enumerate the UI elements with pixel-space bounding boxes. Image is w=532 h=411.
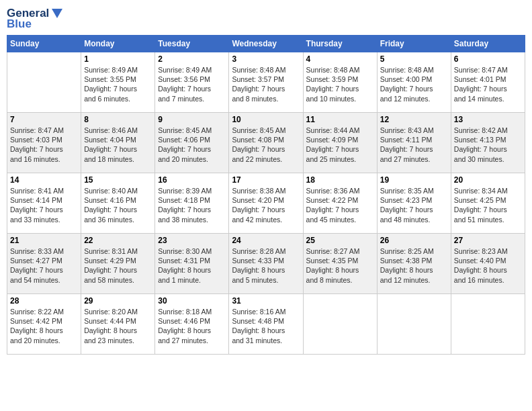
- calendar-cell: [377, 294, 451, 355]
- logo: General Blue: [7, 7, 64, 31]
- cell-content: Sunrise: 8:30 AMSunset: 4:31 PMDaylight:…: [158, 246, 226, 285]
- cell-content: Sunrise: 8:31 AMSunset: 4:29 PMDaylight:…: [84, 246, 152, 285]
- calendar-cell: 12Sunrise: 8:43 AMSunset: 4:11 PMDayligh…: [377, 113, 451, 173]
- calendar-cell: 13Sunrise: 8:42 AMSunset: 4:13 PMDayligh…: [451, 113, 525, 173]
- calendar-cell: 11Sunrise: 8:44 AMSunset: 4:09 PMDayligh…: [303, 113, 377, 173]
- calendar-cell: 14Sunrise: 8:41 AMSunset: 4:14 PMDayligh…: [7, 173, 81, 234]
- calendar-cell: 4Sunrise: 8:48 AMSunset: 3:59 PMDaylight…: [303, 52, 377, 113]
- day-number: 18: [306, 175, 374, 185]
- calendar-cell: 28Sunrise: 8:22 AMSunset: 4:42 PMDayligh…: [7, 294, 81, 355]
- header: General Blue: [7, 7, 525, 31]
- calendar-cell: 10Sunrise: 8:45 AMSunset: 4:08 PMDayligh…: [229, 113, 303, 173]
- cell-content: Sunrise: 8:48 AMSunset: 4:00 PMDaylight:…: [380, 65, 448, 103]
- day-number: 25: [306, 236, 374, 245]
- calendar-cell: 23Sunrise: 8:30 AMSunset: 4:31 PMDayligh…: [155, 234, 229, 294]
- day-number: 24: [232, 236, 300, 245]
- calendar-cell: 29Sunrise: 8:20 AMSunset: 4:44 PMDayligh…: [81, 294, 155, 355]
- day-number: 4: [306, 54, 374, 64]
- calendar-header-cell: Tuesday: [155, 36, 229, 52]
- day-number: 30: [158, 296, 226, 306]
- day-number: 11: [306, 115, 374, 124]
- calendar-cell: 27Sunrise: 8:23 AMSunset: 4:40 PMDayligh…: [451, 234, 525, 294]
- cell-content: Sunrise: 8:41 AMSunset: 4:14 PMDaylight:…: [10, 186, 78, 224]
- calendar-cell: 19Sunrise: 8:35 AMSunset: 4:23 PMDayligh…: [377, 173, 451, 234]
- calendar-header-cell: Sunday: [7, 36, 81, 52]
- logo-arrow-icon: [49, 7, 64, 19]
- cell-content: Sunrise: 8:22 AMSunset: 4:42 PMDaylight:…: [10, 307, 78, 345]
- calendar-cell: [303, 294, 377, 355]
- day-number: 12: [380, 115, 448, 124]
- cell-content: Sunrise: 8:42 AMSunset: 4:13 PMDaylight:…: [454, 126, 522, 164]
- calendar-cell: 7Sunrise: 8:47 AMSunset: 4:03 PMDaylight…: [7, 113, 81, 173]
- calendar-header-cell: Monday: [81, 36, 155, 52]
- day-number: 21: [10, 236, 78, 245]
- cell-content: Sunrise: 8:49 AMSunset: 3:56 PMDaylight:…: [158, 65, 226, 103]
- cell-content: Sunrise: 8:27 AMSunset: 4:35 PMDaylight:…: [306, 246, 374, 285]
- cell-content: Sunrise: 8:44 AMSunset: 4:09 PMDaylight:…: [306, 126, 374, 164]
- day-number: 20: [454, 175, 522, 185]
- calendar-cell: 17Sunrise: 8:38 AMSunset: 4:20 PMDayligh…: [229, 173, 303, 234]
- calendar-week-row: 28Sunrise: 8:22 AMSunset: 4:42 PMDayligh…: [7, 294, 525, 355]
- day-number: 17: [232, 175, 300, 185]
- day-number: 3: [232, 54, 300, 64]
- calendar-cell: 8Sunrise: 8:46 AMSunset: 4:04 PMDaylight…: [81, 113, 155, 173]
- calendar-week-row: 1Sunrise: 8:49 AMSunset: 3:55 PMDaylight…: [7, 52, 525, 113]
- day-number: 23: [158, 236, 226, 245]
- day-number: 15: [84, 175, 152, 185]
- day-number: 27: [454, 236, 522, 245]
- day-number: 29: [84, 296, 152, 306]
- cell-content: Sunrise: 8:47 AMSunset: 4:01 PMDaylight:…: [454, 65, 522, 103]
- cell-content: Sunrise: 8:18 AMSunset: 4:46 PMDaylight:…: [158, 307, 226, 345]
- day-number: 9: [158, 115, 226, 124]
- cell-content: Sunrise: 8:36 AMSunset: 4:22 PMDaylight:…: [306, 186, 374, 224]
- calendar-cell: 9Sunrise: 8:45 AMSunset: 4:06 PMDaylight…: [155, 113, 229, 173]
- cell-content: Sunrise: 8:25 AMSunset: 4:38 PMDaylight:…: [380, 246, 448, 285]
- calendar-cell: 15Sunrise: 8:40 AMSunset: 4:16 PMDayligh…: [81, 173, 155, 234]
- calendar-cell: 3Sunrise: 8:48 AMSunset: 3:57 PMDaylight…: [229, 52, 303, 113]
- svg-marker-0: [52, 9, 62, 18]
- calendar-cell: 2Sunrise: 8:49 AMSunset: 3:56 PMDaylight…: [155, 52, 229, 113]
- cell-content: Sunrise: 8:39 AMSunset: 4:18 PMDaylight:…: [158, 186, 226, 224]
- calendar-week-row: 21Sunrise: 8:33 AMSunset: 4:27 PMDayligh…: [7, 234, 525, 294]
- calendar-cell: 30Sunrise: 8:18 AMSunset: 4:46 PMDayligh…: [155, 294, 229, 355]
- day-number: 19: [380, 175, 448, 185]
- calendar-cell: 20Sunrise: 8:34 AMSunset: 4:25 PMDayligh…: [451, 173, 525, 234]
- cell-content: Sunrise: 8:47 AMSunset: 4:03 PMDaylight:…: [10, 126, 78, 164]
- calendar-table: SundayMondayTuesdayWednesdayThursdayFrid…: [7, 35, 525, 355]
- calendar-header-cell: Friday: [377, 36, 451, 52]
- logo-blue: Blue: [7, 17, 32, 31]
- cell-content: Sunrise: 8:33 AMSunset: 4:27 PMDaylight:…: [10, 246, 78, 285]
- cell-content: Sunrise: 8:43 AMSunset: 4:11 PMDaylight:…: [380, 126, 448, 164]
- calendar-cell: 24Sunrise: 8:28 AMSunset: 4:33 PMDayligh…: [229, 234, 303, 294]
- calendar-cell: 18Sunrise: 8:36 AMSunset: 4:22 PMDayligh…: [303, 173, 377, 234]
- cell-content: Sunrise: 8:35 AMSunset: 4:23 PMDaylight:…: [380, 186, 448, 224]
- day-number: 31: [232, 296, 300, 306]
- day-number: 28: [10, 296, 78, 306]
- day-number: 16: [158, 175, 226, 185]
- cell-content: Sunrise: 8:16 AMSunset: 4:48 PMDaylight:…: [232, 307, 300, 345]
- calendar-cell: 5Sunrise: 8:48 AMSunset: 4:00 PMDaylight…: [377, 52, 451, 113]
- cell-content: Sunrise: 8:23 AMSunset: 4:40 PMDaylight:…: [454, 246, 522, 285]
- cell-content: Sunrise: 8:48 AMSunset: 3:59 PMDaylight:…: [306, 65, 374, 103]
- calendar-cell: [451, 294, 525, 355]
- day-number: 14: [10, 175, 78, 185]
- calendar-header-cell: Saturday: [451, 36, 525, 52]
- day-number: 8: [84, 115, 152, 124]
- day-number: 2: [158, 54, 226, 64]
- day-number: 6: [454, 54, 522, 64]
- calendar-cell: 31Sunrise: 8:16 AMSunset: 4:48 PMDayligh…: [229, 294, 303, 355]
- day-number: 26: [380, 236, 448, 245]
- cell-content: Sunrise: 8:46 AMSunset: 4:04 PMDaylight:…: [84, 126, 152, 164]
- calendar-cell: 26Sunrise: 8:25 AMSunset: 4:38 PMDayligh…: [377, 234, 451, 294]
- calendar-week-row: 14Sunrise: 8:41 AMSunset: 4:14 PMDayligh…: [7, 173, 525, 234]
- cell-content: Sunrise: 8:48 AMSunset: 3:57 PMDaylight:…: [232, 65, 300, 103]
- cell-content: Sunrise: 8:45 AMSunset: 4:06 PMDaylight:…: [158, 126, 226, 164]
- calendar-cell: 25Sunrise: 8:27 AMSunset: 4:35 PMDayligh…: [303, 234, 377, 294]
- day-number: 1: [84, 54, 152, 64]
- cell-content: Sunrise: 8:20 AMSunset: 4:44 PMDaylight:…: [84, 307, 152, 345]
- cell-content: Sunrise: 8:34 AMSunset: 4:25 PMDaylight:…: [454, 186, 522, 224]
- calendar-cell: 21Sunrise: 8:33 AMSunset: 4:27 PMDayligh…: [7, 234, 81, 294]
- calendar-cell: 6Sunrise: 8:47 AMSunset: 4:01 PMDaylight…: [451, 52, 525, 113]
- day-number: 22: [84, 236, 152, 245]
- cell-content: Sunrise: 8:38 AMSunset: 4:20 PMDaylight:…: [232, 186, 300, 224]
